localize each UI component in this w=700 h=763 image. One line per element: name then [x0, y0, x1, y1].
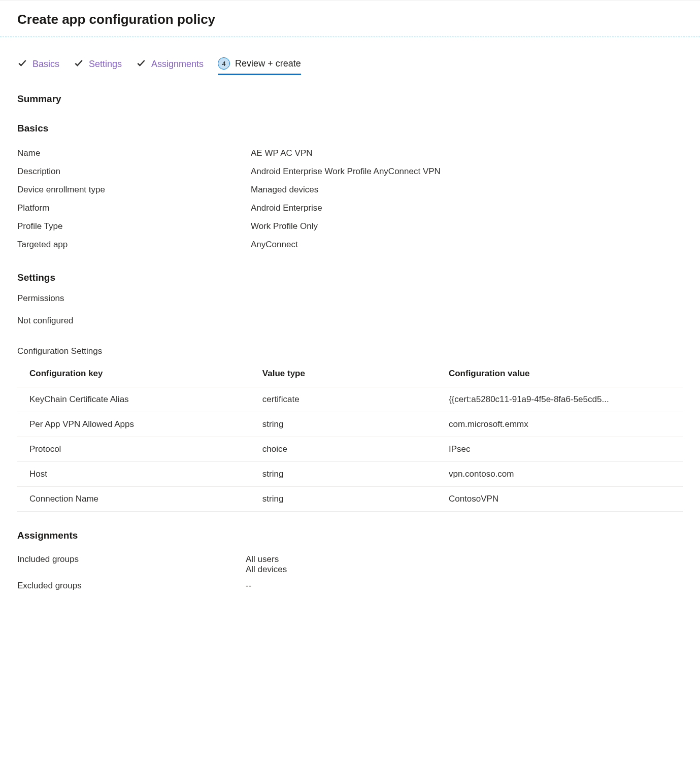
settings-heading: Settings [17, 272, 683, 283]
config-settings-label: Configuration Settings [17, 346, 683, 356]
cell-type: certificate [250, 387, 437, 412]
tab-review-create[interactable]: 4 Review + create [218, 57, 301, 75]
check-icon [74, 58, 84, 71]
field-value: Android Enterprise [251, 203, 683, 213]
field-label: Device enrollment type [17, 185, 251, 195]
assignments-heading: Assignments [17, 530, 683, 541]
cell-key: KeyChain Certificate Alias [17, 387, 250, 412]
tab-label: Settings [89, 59, 122, 70]
tab-assignments[interactable]: Assignments [136, 58, 204, 75]
included-group-value: All devices [246, 565, 287, 575]
field-row: Platform Android Enterprise [17, 199, 683, 217]
cell-value: vpn.contoso.com [437, 462, 683, 487]
table-row: KeyChain Certificate Alias certificate {… [17, 387, 683, 412]
col-config-key: Configuration key [17, 362, 250, 387]
cell-key: Protocol [17, 437, 250, 462]
table-header-row: Configuration key Value type Configurati… [17, 362, 683, 387]
cell-type: string [250, 412, 437, 437]
excluded-groups-row: Excluded groups -- [17, 578, 683, 594]
field-label: Targeted app [17, 240, 251, 250]
page-title: Create app configuration policy [17, 12, 683, 27]
wizard-tabs: Basics Settings Assignments 4 Review + c… [17, 37, 683, 79]
basics-section: Basics Name AE WP AC VPN Description And… [17, 123, 683, 254]
field-row: Profile Type Work Profile Only [17, 217, 683, 236]
field-row: Targeted app AnyConnect [17, 236, 683, 254]
field-value: AnyConnect [251, 240, 683, 250]
cell-value: IPsec [437, 437, 683, 462]
included-groups-label: Included groups [17, 554, 246, 575]
not-configured-text: Not configured [17, 316, 683, 326]
cell-key: Connection Name [17, 487, 250, 512]
excluded-group-value: -- [246, 581, 251, 591]
field-label: Name [17, 148, 251, 158]
excluded-groups-label: Excluded groups [17, 581, 246, 591]
field-row: Description Android Enterprise Work Prof… [17, 162, 683, 181]
col-config-value: Configuration value [437, 362, 683, 387]
field-value: Managed devices [251, 185, 683, 195]
cell-type: string [250, 462, 437, 487]
field-label: Profile Type [17, 221, 251, 231]
summary-heading: Summary [17, 93, 683, 105]
table-row: Connection Name string ContosoVPN [17, 487, 683, 512]
tab-label: Basics [32, 59, 59, 70]
basics-heading: Basics [17, 123, 683, 134]
included-groups-row: Included groups All users All devices [17, 551, 683, 578]
included-group-value: All users [246, 554, 287, 565]
cell-value: com.microsoft.emmx [437, 412, 683, 437]
field-label: Platform [17, 203, 251, 213]
cell-key: Host [17, 462, 250, 487]
page-header: Create app configuration policy [0, 0, 700, 37]
table-row: Host string vpn.contoso.com [17, 462, 683, 487]
cell-value: ContosoVPN [437, 487, 683, 512]
field-value: Work Profile Only [251, 221, 683, 231]
cell-key: Per App VPN Allowed Apps [17, 412, 250, 437]
tab-settings[interactable]: Settings [74, 58, 122, 75]
cell-type: choice [250, 437, 437, 462]
step-number-badge: 4 [218, 57, 230, 70]
table-row: Protocol choice IPsec [17, 437, 683, 462]
field-value: Android Enterprise Work Profile AnyConne… [251, 167, 683, 177]
tab-basics[interactable]: Basics [17, 58, 59, 75]
tab-label: Review + create [235, 58, 301, 69]
check-icon [136, 58, 146, 71]
field-row: Name AE WP AC VPN [17, 144, 683, 162]
table-row: Per App VPN Allowed Apps string com.micr… [17, 412, 683, 437]
cell-value: {{cert:a5280c11-91a9-4f5e-8fa6-5e5cd5... [437, 387, 683, 412]
check-icon [17, 58, 27, 71]
field-label: Description [17, 167, 251, 177]
field-value: AE WP AC VPN [251, 148, 683, 158]
permissions-label: Permissions [17, 293, 683, 304]
config-table: Configuration key Value type Configurati… [17, 362, 683, 512]
cell-type: string [250, 487, 437, 512]
col-value-type: Value type [250, 362, 437, 387]
field-row: Device enrollment type Managed devices [17, 181, 683, 199]
tab-label: Assignments [151, 59, 204, 70]
settings-section: Settings Permissions Not configured Conf… [17, 272, 683, 512]
assignments-section: Assignments Included groups All users Al… [17, 530, 683, 594]
